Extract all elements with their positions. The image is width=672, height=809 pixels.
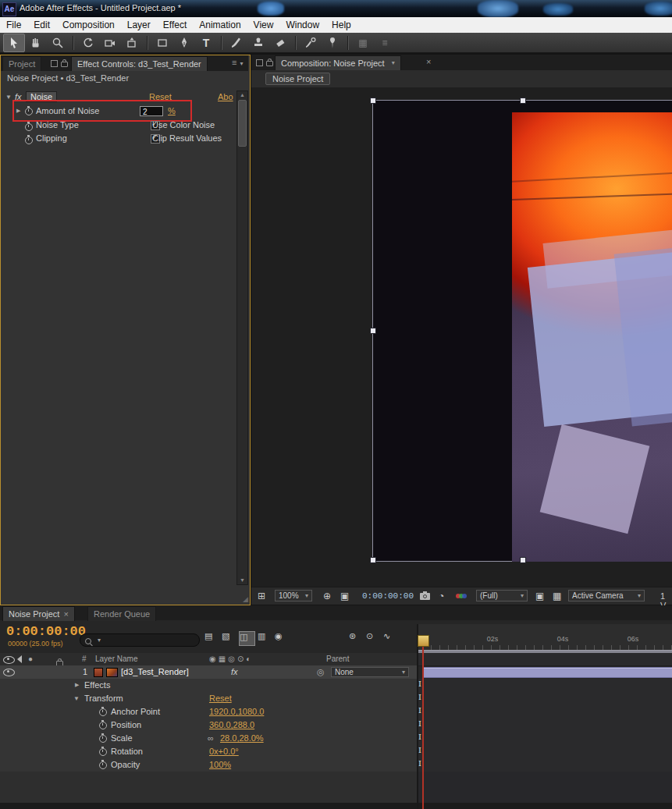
- transparency-grid-icon[interactable]: ▦: [553, 591, 561, 601]
- hide-shy-layers-icon[interactable]: ◫: [239, 631, 255, 646]
- close-tab-button[interactable]: ×: [426, 57, 431, 66]
- menu-layer[interactable]: Layer: [121, 17, 157, 33]
- effect-controls-scrollbar[interactable]: ▲ ▼: [236, 90, 248, 585]
- clone-stamp-tool[interactable]: [247, 34, 269, 52]
- layer-fx-switch[interactable]: fx: [231, 667, 238, 676]
- checkbox-label[interactable]: Clip Result Values: [152, 133, 222, 143]
- link-dimensions-icon[interactable]: ∞: [208, 733, 214, 743]
- type-tool[interactable]: T: [195, 34, 217, 52]
- property-value[interactable]: 360.0,288.0: [209, 720, 254, 729]
- selection-handle[interactable]: [370, 328, 376, 334]
- selection-handle[interactable]: [520, 98, 526, 104]
- property-value[interactable]: 28.0,28.0%: [220, 733, 264, 743]
- twirl-right-icon[interactable]: ▶: [75, 682, 79, 688]
- scroll-up-arrow[interactable]: ▲: [237, 91, 247, 99]
- anchor-point-row[interactable]: Anchor Point 1920.0,1080.0: [0, 705, 418, 719]
- menu-view[interactable]: View: [247, 17, 280, 33]
- tab-effect-controls[interactable]: Effect Controls: d3_Test_Render: [71, 56, 208, 71]
- unlock-icon[interactable]: [61, 62, 68, 67]
- effects-group-row[interactable]: ▶ Effects: [0, 679, 418, 693]
- parent-column-header[interactable]: Parent: [326, 655, 349, 663]
- brush-tool[interactable]: [226, 34, 247, 52]
- tab-timeline-noise-project[interactable]: Noise Project ×: [2, 606, 75, 621]
- transform-group-row[interactable]: ▼ Transform Reset: [0, 692, 418, 706]
- scroll-thumb[interactable]: [238, 100, 247, 147]
- snapshot-icon[interactable]: [420, 593, 430, 600]
- layer-name-column-header[interactable]: Layer Name: [95, 655, 137, 663]
- parent-pickwhip-icon[interactable]: ◎: [317, 667, 325, 677]
- menu-window[interactable]: Window: [279, 17, 325, 33]
- scale-row[interactable]: Scale ∞ 28.0,28.0%: [0, 732, 418, 746]
- draft-3d-icon[interactable]: ▧: [222, 631, 236, 644]
- group-label[interactable]: Effects: [84, 680, 110, 690]
- scroll-down-arrow[interactable]: ▼: [237, 577, 247, 584]
- property-value[interactable]: 100%: [209, 760, 231, 769]
- roto-brush-tool[interactable]: [300, 34, 322, 52]
- composition-viewer[interactable]: [251, 87, 672, 587]
- menu-animation[interactable]: Animation: [193, 17, 247, 33]
- layer-visibility-eye-icon[interactable]: [3, 669, 15, 676]
- show-snapshot-icon[interactable]: ◔: [439, 591, 444, 601]
- layer-selection-region[interactable]: [372, 100, 672, 562]
- title-bar[interactable]: Ae Adobe After Effects - Untitled Projec…: [0, 0, 672, 17]
- selection-handle[interactable]: [520, 557, 526, 563]
- layer-label-color-chip[interactable]: [94, 668, 103, 677]
- time-ruler[interactable]: 02s 04s 06s: [418, 624, 672, 651]
- stopwatch-icon[interactable]: [99, 748, 107, 756]
- stopwatch-icon[interactable]: [99, 708, 107, 716]
- checkbox-label[interactable]: Use Color Noise: [152, 120, 215, 130]
- comp-name-button[interactable]: Noise Project: [265, 73, 330, 85]
- current-time-indicator-line[interactable]: [422, 644, 424, 809]
- layer-row[interactable]: 1 [d3_Test_Render] fx ◎ None▾: [0, 665, 418, 679]
- unlock-icon[interactable]: [266, 61, 273, 66]
- timeline-search-box[interactable]: ▾: [80, 633, 200, 647]
- motion-blur-icon[interactable]: ◉: [275, 631, 290, 644]
- tab-composition[interactable]: Composition: Noise Project ▾: [275, 55, 401, 70]
- pen-tool[interactable]: [173, 34, 195, 52]
- pan-behind-tool[interactable]: [121, 34, 143, 52]
- current-time-display[interactable]: 0:00:00:00: [6, 624, 86, 639]
- safe-zones-icon[interactable]: ⊕: [323, 591, 331, 601]
- panel-menu-button[interactable]: ≡▾: [232, 58, 243, 67]
- region-of-interest-icon[interactable]: ▣: [535, 591, 544, 601]
- chevron-down-icon[interactable]: ▾: [392, 56, 395, 70]
- selection-tool[interactable]: [3, 34, 25, 52]
- unified-camera-tool[interactable]: [99, 34, 121, 52]
- transform-reset-link[interactable]: Reset: [209, 694, 232, 703]
- property-value[interactable]: 1920.0,1080.0: [209, 707, 264, 716]
- property-value[interactable]: 0x+0.0°: [209, 747, 239, 756]
- rectangle-mask-tool[interactable]: [151, 34, 173, 52]
- menu-composition[interactable]: Composition: [56, 17, 121, 33]
- workspace-list-button[interactable]: ≡: [374, 34, 396, 52]
- layer-name[interactable]: [d3_Test_Render]: [121, 667, 189, 676]
- layer-duration-bar[interactable]: [422, 667, 672, 678]
- resolution-select[interactable]: (Full)▾: [476, 590, 528, 601]
- menu-help[interactable]: Help: [325, 17, 357, 33]
- auto-keyframe-icon[interactable]: ⊙: [366, 631, 381, 644]
- close-icon[interactable]: ×: [63, 607, 68, 621]
- zoom-tool[interactable]: [47, 34, 69, 52]
- puppet-pin-tool[interactable]: [322, 34, 343, 52]
- graph-editor-icon[interactable]: ∿: [383, 631, 398, 644]
- menu-file[interactable]: File: [0, 17, 27, 33]
- always-preview-icon[interactable]: ⊞: [258, 591, 265, 601]
- tab-project[interactable]: Project: [2, 56, 41, 71]
- stopwatch-icon[interactable]: [99, 735, 107, 743]
- current-time-indicator-handle[interactable]: [418, 635, 429, 647]
- search-options-chevron-icon[interactable]: ▾: [98, 637, 101, 644]
- panel-resize-grip[interactable]: ◢: [243, 595, 248, 603]
- menu-edit[interactable]: Edit: [27, 17, 56, 33]
- eraser-tool[interactable]: [269, 34, 291, 52]
- brainstorm-icon[interactable]: ⊛: [349, 631, 364, 644]
- mask-visibility-icon[interactable]: ▣: [340, 591, 349, 601]
- hand-tool[interactable]: [25, 34, 47, 52]
- parent-select[interactable]: None▾: [331, 667, 409, 677]
- track-area[interactable]: I I I I I I I: [418, 679, 672, 772]
- selection-handle[interactable]: [370, 98, 376, 104]
- selection-handle[interactable]: [370, 557, 376, 563]
- stopwatch-icon[interactable]: [99, 722, 107, 729]
- twirl-down-icon[interactable]: ▼: [5, 94, 12, 101]
- comp-mini-flowchart-icon[interactable]: ▤: [204, 631, 219, 644]
- opacity-row[interactable]: Opacity 100%: [0, 758, 418, 772]
- tab-render-queue[interactable]: Render Queue: [87, 606, 156, 621]
